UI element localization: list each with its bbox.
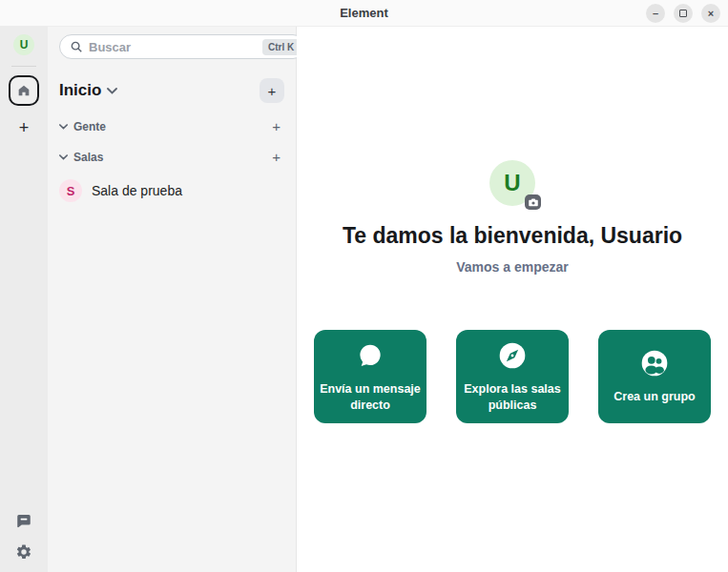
profile-avatar-wrap: U [489,160,535,206]
section-rooms-label: Salas [73,151,103,164]
close-icon: × [708,8,714,19]
element-app-window: Element – × U + [0,0,728,572]
action-label: Explora las salas públicas [462,381,563,413]
rail-bottom [15,512,32,561]
settings-button[interactable] [15,543,32,561]
explore-public-rooms-button[interactable]: Explora las salas públicas [456,330,569,423]
onboarding-actions: Envía un mensaje directo Explora las sal… [314,330,711,423]
minimize-icon: – [653,8,658,19]
room-name: Sala de prueba [92,183,182,198]
chevron-down-icon [59,154,68,160]
welcome-title: Te damos la bienvenida, Usuario [343,223,682,249]
space-name[interactable]: Inicio [59,81,101,100]
title-bar: Element – × [0,0,728,27]
app-body: U + [0,27,728,572]
search-shortcut-badge: Ctrl K [262,39,300,55]
add-people-button[interactable]: + [272,119,284,133]
maximize-icon [679,10,687,17]
home-icon [16,83,31,98]
search-row: Ctrl K [59,34,284,59]
search-field[interactable]: Ctrl K [59,34,305,59]
close-button[interactable]: × [701,4,720,23]
section-people[interactable]: Gente + [59,119,284,133]
room-list-panel: Ctrl K Inicio + [48,27,297,572]
edit-avatar-button[interactable] [525,194,541,210]
search-icon [70,40,83,53]
compass-icon [497,340,528,371]
room-list-item[interactable]: S Sala de prueba [59,177,284,204]
group-icon [639,348,670,378]
home-space-button[interactable] [9,75,39,106]
search-input[interactable] [89,40,257,54]
chevron-down-icon [59,124,68,130]
chevron-down-icon[interactable] [107,88,117,94]
create-space-button[interactable]: + [19,119,30,136]
create-group-button[interactable]: Crea un grupo [598,330,711,423]
maximize-button[interactable] [674,4,693,23]
chat-bubble-icon [355,340,385,371]
welcome-screen: U Te damos la bienvenida, Usuario Vamos … [297,27,728,572]
rail-divider [11,66,36,67]
section-rooms[interactable]: Salas + [59,150,284,164]
add-room-button[interactable]: + [260,78,284,103]
user-avatar[interactable]: U [13,34,34,55]
window-title: Element [340,6,388,20]
threads-button[interactable] [15,512,32,529]
welcome-subtitle-link[interactable]: Vamos a empezar [456,259,569,275]
action-label: Envía un mensaje directo [320,381,421,413]
window-controls: – × [646,4,720,23]
section-people-label: Gente [73,120,106,133]
add-rooms-button[interactable]: + [272,150,284,164]
minimize-button[interactable]: – [646,4,665,23]
space-header: Inicio + [59,78,284,103]
send-direct-message-button[interactable]: Envía un mensaje directo [314,330,426,423]
action-label: Crea un grupo [614,389,695,404]
space-rail: U + [0,27,48,572]
room-avatar: S [59,179,82,202]
camera-icon [529,198,538,207]
